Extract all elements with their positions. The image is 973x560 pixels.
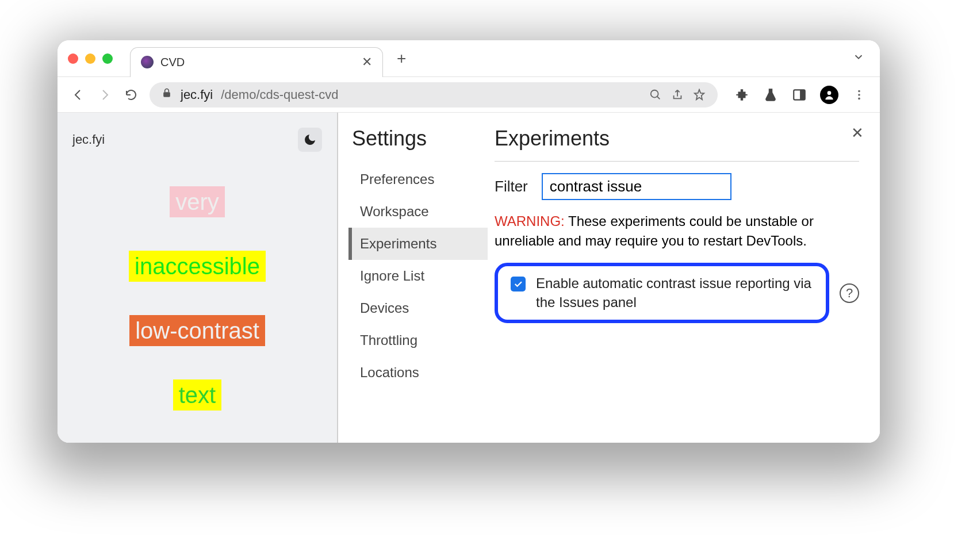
tab-strip: CVD ✕ +: [58, 40, 880, 77]
content-area: jec.fyi very inaccessible low-contrast t…: [58, 113, 880, 443]
demo-word: very: [170, 186, 225, 217]
devtools-settings-panel: ✕ Settings Preferences Workspace Experim…: [338, 113, 880, 443]
browser-tab[interactable]: CVD ✕: [130, 47, 383, 77]
nav-devices[interactable]: Devices: [352, 292, 488, 324]
reload-button[interactable]: [123, 87, 139, 103]
profile-avatar[interactable]: [820, 86, 838, 104]
tab-title: CVD: [160, 56, 355, 69]
close-window-button[interactable]: [68, 53, 78, 64]
labs-icon[interactable]: [763, 87, 779, 103]
svg-point-4: [828, 91, 832, 95]
svg-point-5: [858, 90, 860, 92]
warning-text: WARNING: These experiments could be unst…: [495, 212, 859, 250]
filter-input[interactable]: [542, 173, 731, 200]
experiment-item[interactable]: Enable automatic contrast issue reportin…: [495, 263, 829, 323]
experiment-checkbox[interactable]: [511, 277, 526, 291]
bookmark-icon[interactable]: [692, 88, 706, 102]
tabs-dropdown-button[interactable]: [852, 51, 865, 66]
share-icon[interactable]: [671, 88, 684, 102]
favicon-icon: [141, 56, 154, 68]
nav-experiments[interactable]: Experiments: [348, 228, 488, 260]
theme-toggle-button[interactable]: [298, 128, 322, 152]
minimize-window-button[interactable]: [85, 53, 95, 64]
settings-sidebar: Settings Preferences Workspace Experimen…: [338, 113, 488, 443]
nav-preferences[interactable]: Preferences: [352, 163, 488, 195]
svg-point-7: [858, 97, 860, 99]
nav-locations[interactable]: Locations: [352, 356, 488, 389]
zoom-icon[interactable]: [649, 88, 662, 102]
url-path: /demo/cds-quest-cvd: [221, 87, 338, 102]
demo-word: inaccessible: [129, 251, 266, 282]
experiments-heading: Experiments: [495, 126, 859, 151]
sidepanel-icon[interactable]: [791, 87, 807, 103]
svg-rect-0: [163, 92, 170, 97]
nav-throttling[interactable]: Throttling: [352, 324, 488, 356]
toolbar-actions: [734, 86, 867, 104]
menu-button[interactable]: [851, 87, 867, 103]
settings-main: Experiments Filter WARNING: These experi…: [488, 113, 880, 443]
demo-word: text: [173, 379, 221, 411]
window-controls: [68, 53, 113, 64]
check-icon: [513, 279, 523, 289]
lock-icon: [161, 87, 173, 102]
demo-words: very inaccessible low-contrast text: [72, 186, 322, 411]
svg-rect-3: [800, 90, 805, 99]
demo-word: low-contrast: [129, 315, 265, 346]
close-tab-button[interactable]: ✕: [362, 55, 372, 70]
address-bar[interactable]: jec.fyi/demo/cds-quest-cvd: [150, 82, 718, 108]
experiment-label: Enable automatic contrast issue reportin…: [536, 274, 813, 312]
svg-point-1: [651, 90, 658, 97]
rendered-page: jec.fyi very inaccessible low-contrast t…: [58, 113, 338, 443]
divider: [495, 161, 859, 162]
help-icon[interactable]: ?: [840, 283, 859, 303]
browser-window: CVD ✕ + jec.fyi/demo/cds-quest-cvd: [58, 40, 880, 443]
url-host: jec.fyi: [181, 87, 213, 102]
close-settings-button[interactable]: ✕: [851, 124, 864, 142]
settings-heading: Settings: [352, 126, 488, 151]
new-tab-button[interactable]: +: [397, 49, 406, 68]
extensions-icon[interactable]: [734, 87, 750, 103]
svg-point-6: [858, 94, 860, 96]
fullscreen-window-button[interactable]: [102, 53, 113, 64]
site-name: jec.fyi: [72, 132, 105, 147]
nav-workspace[interactable]: Workspace: [352, 195, 488, 228]
moon-icon: [303, 133, 317, 147]
toolbar: jec.fyi/demo/cds-quest-cvd: [58, 77, 880, 113]
filter-label: Filter: [495, 178, 528, 195]
back-button[interactable]: [70, 87, 86, 103]
forward-button[interactable]: [97, 87, 113, 103]
nav-ignore-list[interactable]: Ignore List: [352, 260, 488, 292]
warning-prefix: WARNING:: [495, 213, 565, 229]
